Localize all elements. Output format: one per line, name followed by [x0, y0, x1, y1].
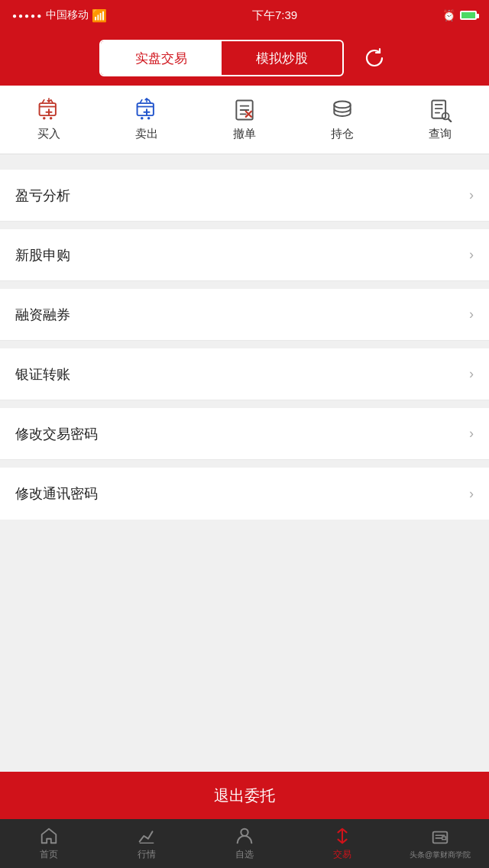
wifi-icon: 📶: [92, 8, 107, 23]
time-label: 下午7:39: [252, 8, 297, 23]
chevron-icon-0: ›: [469, 187, 474, 203]
svg-rect-8: [432, 101, 445, 118]
menu-label-new-stock: 新股申购: [15, 246, 70, 264]
bottom-spacer: [0, 520, 489, 535]
cart-buy-icon: [37, 98, 61, 122]
svg-rect-0: [40, 103, 56, 115]
nav-watchlist[interactable]: 自选: [196, 826, 293, 861]
chevron-icon-3: ›: [469, 366, 474, 382]
nav-home[interactable]: 首页: [0, 826, 98, 861]
nav-trade[interactable]: 交易: [293, 826, 391, 861]
separator-2: [0, 222, 489, 229]
logout-label: 退出委托: [214, 785, 275, 806]
menu-label-margin: 融资融券: [15, 306, 70, 324]
nav-market[interactable]: 行情: [98, 826, 196, 861]
position-icon: [330, 98, 355, 122]
menu-item-profit-analysis[interactable]: 盈亏分析 ›: [0, 170, 489, 222]
action-buy-label: 买入: [37, 127, 60, 141]
action-cancel-order[interactable]: 撤单: [196, 98, 293, 141]
action-bar: 买入 卖出 撤单 持仓: [0, 86, 489, 154]
svg-point-2: [50, 117, 53, 120]
menu-item-margin[interactable]: 融资融券 ›: [0, 289, 489, 341]
chevron-icon-5: ›: [469, 486, 474, 502]
header: 实盘交易 模拟炒股: [0, 31, 489, 86]
chevron-icon-2: ›: [469, 306, 474, 322]
action-position[interactable]: 持仓: [293, 98, 391, 141]
status-bar: ●●●●● 中国移动 📶 下午7:39 ⏰: [0, 0, 489, 31]
refresh-button[interactable]: [359, 43, 390, 73]
tab-real-trading[interactable]: 实盘交易: [101, 41, 222, 75]
nav-market-label: 行情: [138, 848, 156, 861]
svg-point-7: [334, 101, 350, 108]
action-cancel-label: 撤单: [233, 127, 256, 141]
signal-dots: ●●●●●: [12, 11, 43, 20]
menu-label-change-trade-pwd: 修改交易密码: [15, 425, 98, 443]
alarm-icon: ⏰: [442, 9, 455, 21]
trade-icon: [332, 826, 352, 846]
menu-item-bank-transfer[interactable]: 银证转账 ›: [0, 348, 489, 400]
svg-point-1: [43, 117, 46, 120]
action-sell-label: 卖出: [135, 127, 158, 141]
query-icon: [428, 98, 452, 122]
menu-label-profit-analysis: 盈亏分析: [15, 186, 70, 205]
separator-3: [0, 281, 489, 289]
carrier-label: 中国移动: [46, 8, 89, 22]
chart-icon: [137, 826, 157, 846]
nav-news[interactable]: 头条@掌财商学院: [391, 828, 489, 860]
news-icon: [430, 828, 450, 847]
action-query[interactable]: 查询: [391, 98, 489, 141]
svg-rect-12: [442, 837, 446, 840]
action-sell[interactable]: 卖出: [98, 98, 196, 141]
svg-rect-3: [138, 103, 154, 115]
menu-section: 盈亏分析 › 新股申购 › 融资融券 › 银证转账 › 修改交易密码 › 修改通…: [0, 170, 489, 520]
cart-sell-icon: [134, 98, 159, 122]
logout-section[interactable]: 退出委托: [0, 772, 489, 819]
bottom-nav: 首页 行情 自选 交易 头条@掌财商学院: [0, 819, 489, 868]
action-query-label: 查询: [429, 127, 452, 141]
separator-1: [0, 154, 489, 162]
menu-item-change-comm-password[interactable]: 修改通讯密码 ›: [0, 468, 489, 520]
cancel-order-icon: [232, 98, 257, 122]
separator-6: [0, 460, 489, 468]
status-left: ●●●●● 中国移动 📶: [12, 8, 107, 23]
svg-point-5: [147, 117, 151, 120]
action-buy[interactable]: 买入: [0, 98, 98, 141]
menu-label-change-comm-pwd: 修改通讯密码: [15, 484, 98, 503]
status-right: ⏰: [442, 9, 477, 21]
svg-rect-11: [433, 831, 448, 843]
home-icon: [39, 826, 59, 846]
person-icon: [235, 826, 254, 846]
nav-watchlist-label: 自选: [235, 848, 254, 861]
chevron-icon-1: ›: [469, 247, 474, 263]
svg-point-4: [141, 117, 144, 120]
separator-5: [0, 400, 489, 408]
chevron-icon-4: ›: [469, 426, 474, 442]
battery-icon: [460, 11, 477, 20]
nav-home-label: 首页: [40, 848, 58, 861]
tab-switch[interactable]: 实盘交易 模拟炒股: [99, 40, 344, 76]
separator-4: [0, 341, 489, 348]
nav-news-label: 头条@掌财商学院: [410, 850, 471, 860]
action-position-label: 持仓: [331, 127, 354, 141]
svg-point-10: [241, 829, 248, 836]
menu-label-bank-transfer: 银证转账: [15, 365, 70, 384]
menu-item-new-stock[interactable]: 新股申购 ›: [0, 229, 489, 281]
tab-simulate-trading[interactable]: 模拟炒股: [222, 41, 342, 75]
menu-item-change-trade-password[interactable]: 修改交易密码 ›: [0, 408, 489, 460]
nav-trade-label: 交易: [333, 848, 351, 861]
